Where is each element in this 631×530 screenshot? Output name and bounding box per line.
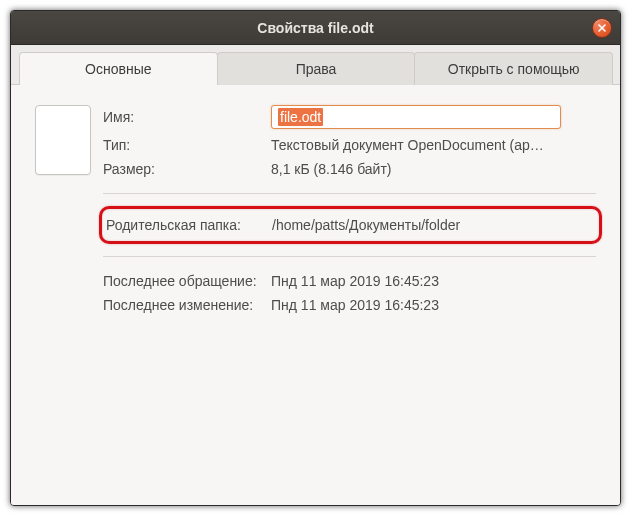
separator-1 <box>103 193 596 194</box>
name-label: Имя: <box>103 109 271 125</box>
tab-permissions[interactable]: Права <box>217 52 416 85</box>
tab-basic[interactable]: Основные <box>19 52 218 85</box>
window-content: Основные Права Открыть с помощью Имя: fi… <box>11 45 620 505</box>
close-button[interactable] <box>592 18 612 38</box>
file-icon[interactable] <box>35 105 91 175</box>
type-label: Тип: <box>103 137 271 153</box>
accessed-value: Пнд 11 мар 2019 16:45:23 <box>271 273 596 289</box>
properties-grid: Имя: file.odt Тип: Текстовый документ Op… <box>103 105 596 313</box>
size-label: Размер: <box>103 161 271 177</box>
parent-folder-value: /home/patts/Документы/folder <box>272 217 593 233</box>
properties-window: Свойства file.odt Основные Права Открыть… <box>10 10 621 506</box>
name-input[interactable]: file.odt <box>271 105 561 129</box>
parent-folder-highlight: Родительская папка: /home/patts/Документ… <box>99 206 602 244</box>
name-input-selection: file.odt <box>278 108 323 126</box>
modified-value: Пнд 11 мар 2019 16:45:23 <box>271 297 596 313</box>
size-value: 8,1 кБ (8.146 байт) <box>271 161 596 177</box>
tabs-bar: Основные Права Открыть с помощью <box>11 45 620 85</box>
window-title: Свойства file.odt <box>257 20 373 36</box>
name-value-cell: file.odt <box>271 105 596 129</box>
titlebar[interactable]: Свойства file.odt <box>11 11 620 45</box>
modified-label: Последнее изменение: <box>103 297 271 313</box>
separator-2 <box>103 256 596 257</box>
accessed-label: Последнее обращение: <box>103 273 271 289</box>
basic-panel: Имя: file.odt Тип: Текстовый документ Op… <box>11 85 620 333</box>
type-value: Текстовый документ OpenDocument (ap… <box>271 137 596 153</box>
tab-open-with[interactable]: Открыть с помощью <box>414 52 613 85</box>
parent-folder-label: Родительская папка: <box>104 217 272 233</box>
close-icon <box>597 23 607 33</box>
